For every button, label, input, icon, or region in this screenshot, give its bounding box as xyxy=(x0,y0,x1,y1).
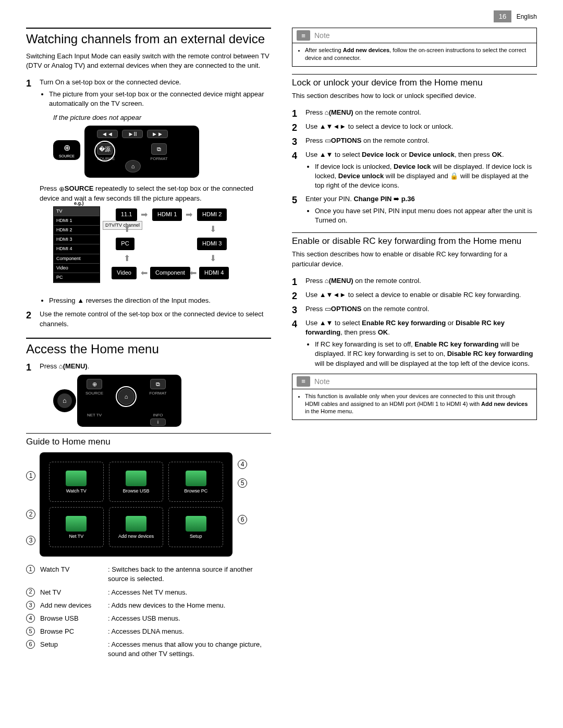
pressing-triangle-note: Pressing ▲ reverses the direction of the… xyxy=(49,296,271,305)
note-box-1: ≡ Note After selecting Add new devices, … xyxy=(292,28,537,67)
remote-diagram: ◄◄ ►II ►► �源 SOURCE ⧉ FORMAT ⌂ ⊕ SOURCE xyxy=(53,126,210,178)
lock-step-1: Press ⌂ (MENU) on the remote control. xyxy=(292,108,537,118)
rc-step-1: Press ⌂ (MENU) on the remote control. xyxy=(292,276,537,286)
home-icon-callout: ⌂ xyxy=(53,389,76,412)
if-picture-italic: If the picture does not appear xyxy=(53,113,271,123)
rc-intro: This section describes how to enable or … xyxy=(292,250,537,268)
heading-access-home: Access the Home menu xyxy=(26,342,271,356)
page-header: 16 English xyxy=(26,10,537,22)
heading-guide-home: Guide to Home menu xyxy=(26,437,271,447)
rc-step-4: Use ▲▼ to select Enable RC key forwardin… xyxy=(292,318,537,368)
tile-setup: Setup xyxy=(168,507,223,547)
home-screen-diagram: Watch TV Browse USB Browse PC Net TV Add… xyxy=(40,452,248,557)
access-step-1: Press ⌂ (MENU). ⊕ SOURCE ⧉ FORMAT ⌂ NET … xyxy=(26,362,271,427)
note-icon: ≡ xyxy=(297,30,310,41)
legend-table: 1Watch TV: Switches back to the antenna … xyxy=(26,565,271,659)
lock-intro: This section describes how to lock or un… xyxy=(292,91,537,101)
heading-watching: Watching channels from an external devic… xyxy=(26,32,271,46)
rc-step-2: Use ▲▼◄► to select a device to enable or… xyxy=(292,290,537,300)
lock-step-3: Press ▭ OPTIONS on the remote control. xyxy=(292,136,537,146)
heading-lock-unlock: Lock or unlock your device from the Home… xyxy=(292,78,537,88)
tile-browse-usb: Browse USB xyxy=(109,462,164,502)
page-number: 16 xyxy=(494,10,511,22)
heading-rc-forwarding: Enable or disable RC key forwarding from… xyxy=(292,236,537,246)
left-column: Watching channels from an external devic… xyxy=(26,28,271,663)
tile-browse-pc: Browse PC xyxy=(168,462,223,502)
intro-watching: Switching Each Input Mode can easily swi… xyxy=(26,52,271,70)
tile-watch-tv: Watch TV xyxy=(49,462,104,502)
right-column: ≡ Note After selecting Add new devices, … xyxy=(292,28,537,663)
flow-source-list: TV HDMI 1 HDMI 2 HDMI 3 HDMI 4 Component… xyxy=(53,206,100,282)
note-box-2: ≡ Note This function is available only w… xyxy=(292,374,537,421)
page-lang: English xyxy=(517,13,537,20)
input-flow-diagram: e.g.) TV HDMI 1 HDMI 2 HDMI 3 HDMI 4 Com… xyxy=(53,206,262,290)
lock-step-2: Use ▲▼◄► to select a device to lock or u… xyxy=(292,122,537,132)
step-1: Turn On a set-top box or the connected d… xyxy=(26,78,271,305)
source-icon-callout: ⊕ SOURCE xyxy=(53,140,80,160)
rc-step-3: Press ▭ OPTIONS on the remote control. xyxy=(292,304,537,314)
remote-diagram-2: ⊕ SOURCE ⧉ FORMAT ⌂ NET TV INFO i ⌂ xyxy=(53,375,189,427)
lock-step-5: Enter your PIN. Change PIN ➠ p.36 Once y… xyxy=(292,194,537,225)
step-2: Use the remote control of the set-top bo… xyxy=(26,310,271,329)
tile-net-tv: Net TV xyxy=(49,507,104,547)
step-1-bullet: The picture from your set-top box or the… xyxy=(49,90,271,108)
note-icon: ≡ xyxy=(297,376,310,387)
lock-step-4: Use ▲▼ to select Device lock or Device u… xyxy=(292,150,537,190)
tile-add-devices: Add new devices xyxy=(109,507,164,547)
